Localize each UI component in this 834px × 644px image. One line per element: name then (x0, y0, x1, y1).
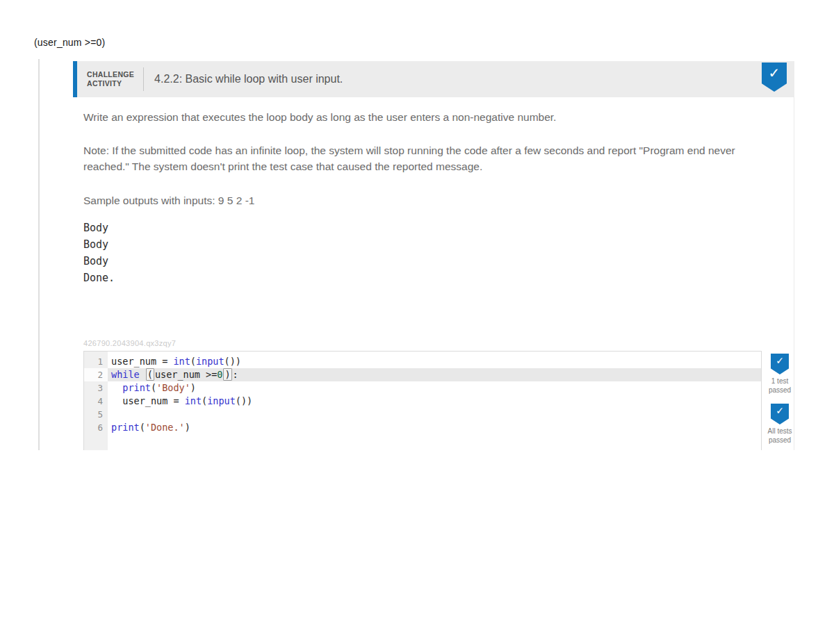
test-label-line: passed (763, 436, 796, 445)
code-text: user_num = int(input()) (108, 355, 761, 368)
code-text (108, 408, 761, 421)
instruction-paragraph: Write an expression that executes the lo… (83, 109, 771, 125)
test-label-line: All tests (763, 427, 796, 436)
code-line[interactable]: 4 user_num = int(input()) (84, 395, 761, 408)
header-accent-stripe (73, 61, 77, 97)
floating-expression-text: (user_num >=0) (34, 37, 105, 48)
note-paragraph: Note: If the submitted code has an infin… (83, 142, 761, 174)
line-number: 6 (84, 421, 108, 434)
test-results-column: ✓1 testpassed✓All testspassed (763, 354, 796, 454)
code-text: user_num = int(input()) (108, 395, 761, 408)
challenge-activity-label: CHALLENGE ACTIVITY (87, 70, 134, 88)
page: (user_num >=0) CHALLENGE ACTIVITY 4.2.2:… (0, 0, 834, 644)
test-result: ✓All testspassed (763, 404, 796, 445)
sample-output-line: Body (83, 236, 115, 253)
sample-output-block: BodyBodyBodyDone. (83, 220, 115, 286)
check-icon: ✓ (769, 63, 780, 83)
sample-output-line: Body (83, 253, 115, 270)
resource-id: 426790.2043904.qx3zqy7 (83, 339, 176, 347)
code-line[interactable]: 1user_num = int(input()) (84, 355, 761, 368)
code-text: print('Done.') (108, 421, 761, 434)
test-passed-badge: ✓ (771, 354, 789, 374)
line-number: 5 (84, 408, 108, 421)
check-icon: ✓ (776, 404, 784, 418)
sample-outputs-label: Sample outputs with inputs: 9 5 2 -1 (83, 192, 570, 208)
challenge-activity-header: CHALLENGE ACTIVITY 4.2.2: Basic while lo… (73, 61, 794, 97)
code-line[interactable]: 6print('Done.') (84, 421, 761, 434)
left-rule (38, 59, 40, 450)
line-number: 2 (84, 368, 108, 381)
header-divider (143, 67, 144, 91)
code-line[interactable]: 3 print('Body') (84, 381, 761, 395)
sample-output-line: Body (83, 220, 115, 236)
test-label-line: passed (763, 386, 796, 395)
line-number: 3 (84, 381, 108, 395)
code-text: while (user_num >=0): (108, 368, 761, 381)
line-number: 4 (84, 395, 108, 408)
code-line[interactable]: 2while (user_num >=0): (84, 368, 761, 381)
check-icon: ✓ (776, 354, 784, 368)
test-result: ✓1 testpassed (763, 354, 796, 395)
code-text: print('Body') (108, 381, 761, 395)
line-number: 1 (84, 355, 108, 368)
kicker-line-1: CHALLENGE (87, 70, 134, 79)
code-editor[interactable]: 1user_num = int(input())2while (user_num… (83, 351, 762, 450)
code-line[interactable]: 5 (84, 408, 761, 421)
activity-title: 4.2.2: Basic while loop with user input. (154, 73, 343, 85)
sample-output-line: Done. (83, 270, 115, 286)
test-label-line: 1 test (763, 377, 796, 386)
activity-complete-badge: ✓ (762, 63, 787, 92)
test-passed-badge: ✓ (771, 404, 789, 424)
kicker-line-2: ACTIVITY (87, 79, 134, 88)
